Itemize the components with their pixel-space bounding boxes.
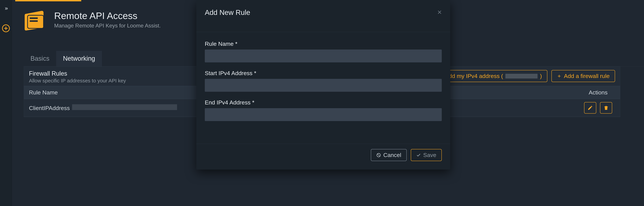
add-button[interactable] bbox=[2, 24, 10, 33]
add-my-ip-suffix: ) bbox=[540, 73, 542, 79]
redacted-ip bbox=[506, 74, 538, 79]
check-icon bbox=[416, 153, 421, 157]
pencil-icon bbox=[588, 105, 593, 111]
plus-icon bbox=[557, 74, 562, 79]
tab-networking[interactable]: Networking bbox=[56, 51, 102, 66]
tab-basics[interactable]: Basics bbox=[24, 51, 56, 66]
add-rule-label: Add a firewall rule bbox=[564, 73, 610, 79]
page-title: Remote API Access bbox=[54, 10, 161, 21]
save-button[interactable]: Save bbox=[411, 149, 442, 161]
end-ip-label: End IPv4 Address * bbox=[205, 99, 442, 106]
rule-name-input[interactable] bbox=[205, 50, 442, 62]
delete-button[interactable] bbox=[600, 102, 612, 114]
close-icon[interactable]: × bbox=[437, 9, 442, 16]
col-actions: Actions bbox=[576, 86, 620, 99]
redacted-rule-detail bbox=[72, 104, 177, 110]
save-label: Save bbox=[423, 152, 436, 158]
page-titles: Remote API Access Manage Remote API Keys… bbox=[54, 10, 161, 29]
start-ip-input[interactable] bbox=[205, 79, 442, 92]
add-firewall-rule-button[interactable]: Add a firewall rule bbox=[552, 70, 615, 82]
edit-button[interactable] bbox=[584, 102, 596, 114]
end-ip-input[interactable] bbox=[205, 108, 442, 121]
cancel-icon bbox=[376, 153, 381, 157]
trash-icon bbox=[604, 105, 609, 111]
rule-name-label: Rule Name * bbox=[205, 41, 442, 47]
rule-name-cell: ClientIPAddress bbox=[29, 105, 70, 111]
add-my-ip-prefix: Add my IPv4 address ( bbox=[445, 73, 503, 79]
book-icon bbox=[24, 10, 48, 31]
add-rule-modal: Add New Rule × Rule Name * Start IPv4 Ad… bbox=[196, 0, 450, 169]
firewall-subheading: Allow specific IP addresses to your API … bbox=[29, 78, 126, 84]
expand-sidebar-icon[interactable] bbox=[4, 7, 9, 13]
sidebar-collapsed bbox=[0, 0, 12, 206]
modal-title: Add New Rule bbox=[205, 9, 250, 17]
page-subtitle: Manage Remote API Keys for Loome Assist. bbox=[54, 23, 161, 29]
cancel-button[interactable]: Cancel bbox=[371, 149, 407, 161]
firewall-heading: Firewall Rules bbox=[29, 70, 126, 77]
svg-rect-3 bbox=[30, 20, 38, 22]
cancel-label: Cancel bbox=[383, 152, 401, 158]
start-ip-label: Start IPv4 Address * bbox=[205, 70, 442, 76]
svg-rect-2 bbox=[30, 18, 38, 19]
